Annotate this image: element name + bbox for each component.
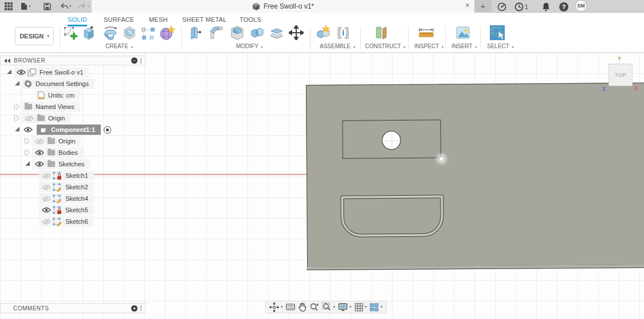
visibility-eye-off-icon[interactable] xyxy=(42,184,51,190)
grid-snaps-caret[interactable]: ▾ xyxy=(365,305,367,309)
insert-image-icon[interactable] xyxy=(454,24,472,41)
fit-caret[interactable]: ▾ xyxy=(333,305,336,309)
viewports-caret[interactable]: ▾ xyxy=(380,305,383,309)
expanded-arrow-icon[interactable] xyxy=(15,127,19,131)
insert-group-label[interactable]: INSERT ▾ xyxy=(451,43,477,49)
tree-row-sketch4[interactable]: Sketch4 xyxy=(39,193,111,204)
tree-row-origin[interactable]: Origin xyxy=(15,112,111,124)
display-settings-caret[interactable]: ▾ xyxy=(350,305,352,309)
collapsed-arrow-icon[interactable] xyxy=(25,138,29,144)
tree-row-bodies[interactable]: Bodies xyxy=(25,147,111,158)
tab-mesh[interactable]: MESH xyxy=(149,16,168,25)
panel-resize-grip[interactable] xyxy=(140,58,142,64)
pattern-icon[interactable] xyxy=(139,24,156,41)
collapse-panel-icon[interactable] xyxy=(4,59,10,63)
extruded-pocket-wall[interactable] xyxy=(340,194,444,237)
tree-row-sketch6[interactable]: Sketch6 xyxy=(39,216,111,227)
visibility-eye-icon[interactable] xyxy=(35,161,44,167)
tab-close-button[interactable]: × xyxy=(465,1,470,10)
panel-collapse-dot-icon[interactable]: – xyxy=(131,57,138,64)
pan-button[interactable] xyxy=(297,302,307,312)
tree-row-units[interactable]: Units: cm xyxy=(36,90,111,101)
press-pull-icon[interactable] xyxy=(188,24,205,41)
move-icon[interactable] xyxy=(288,24,305,41)
tree-row-document[interactable]: Free Swoll-o v1 xyxy=(7,67,111,78)
tab-sheet-metal[interactable]: SHEET METAL xyxy=(182,16,227,25)
collapsed-arrow-icon[interactable] xyxy=(15,115,19,121)
file-menu-icon[interactable]: ▾ xyxy=(21,1,31,11)
create-form-icon[interactable] xyxy=(159,24,176,41)
tree-row-document-settings[interactable]: Document Settings xyxy=(15,78,111,90)
combine-icon[interactable] xyxy=(249,24,266,41)
visibility-eye-icon[interactable] xyxy=(17,69,26,75)
measure-icon[interactable] xyxy=(418,24,435,41)
tree-row-sketch1[interactable]: Sketch1 xyxy=(39,170,111,181)
modify-group-label[interactable]: MODIFY ▾ xyxy=(236,43,263,49)
redo-caret[interactable]: ▾ xyxy=(88,4,90,9)
select-icon[interactable] xyxy=(489,24,506,41)
tree-row-sketch2[interactable]: Sketch2 xyxy=(39,181,111,193)
body-plate[interactable] xyxy=(306,83,644,267)
user-avatar[interactable]: SM xyxy=(575,1,587,11)
browser-header[interactable]: BROWSER – xyxy=(0,56,146,65)
undo-caret[interactable]: ▾ xyxy=(69,4,72,9)
job-status-icon[interactable]: 1 xyxy=(515,2,528,12)
comments-bar[interactable]: COMMENTS ▴ xyxy=(0,303,146,313)
viewports-button[interactable]: ▾ xyxy=(369,303,383,312)
expanded-arrow-icon[interactable] xyxy=(7,69,11,74)
visibility-eye-icon[interactable] xyxy=(35,150,44,155)
grid-snaps-button[interactable]: ▾ xyxy=(354,303,368,312)
notifications-bell-icon[interactable] xyxy=(542,2,550,12)
sketch-hole-circle[interactable] xyxy=(382,131,400,150)
visibility-eye-off-icon[interactable] xyxy=(35,138,44,145)
hole-icon[interactable] xyxy=(121,24,138,41)
assemble-group-label[interactable]: ASSEMBLE ▾ xyxy=(320,43,355,49)
expanded-arrow-icon[interactable] xyxy=(15,81,19,85)
tree-row-origin-nested[interactable]: Origin xyxy=(25,135,111,147)
undo-icon[interactable]: ▾ xyxy=(60,1,72,11)
tree-row-sketch5[interactable]: Sketch5 xyxy=(39,204,111,216)
tree-row-sketches[interactable]: Sketches xyxy=(25,158,111,170)
workspace-selector-button[interactable]: DESIGN ▾ xyxy=(15,27,54,45)
zoom-button[interactable] xyxy=(309,302,320,312)
create-group-label[interactable]: CREATE ▾ xyxy=(105,43,133,49)
visibility-eye-off-icon[interactable] xyxy=(42,196,51,202)
visibility-eye-icon[interactable] xyxy=(42,207,51,213)
extensions-icon[interactable] xyxy=(497,2,506,12)
comments-expand-dot-icon[interactable]: ▴ xyxy=(131,305,138,312)
revolve-icon[interactable] xyxy=(102,24,119,41)
viewcube-top-face[interactable]: TOP xyxy=(615,72,626,78)
fit-button[interactable]: ▾ xyxy=(321,302,336,312)
orbit-button[interactable]: ▾ xyxy=(269,302,284,312)
construct-group-label[interactable]: CONSTRUCT ▾ xyxy=(365,43,405,49)
construct-plane-icon[interactable] xyxy=(373,24,390,41)
offset-face-icon[interactable] xyxy=(268,24,285,41)
collapsed-arrow-icon[interactable] xyxy=(15,104,19,110)
select-group-label[interactable]: SELECT ▾ xyxy=(487,43,514,49)
sketch-highlight-point[interactable] xyxy=(439,156,444,161)
visibility-eye-off-icon[interactable] xyxy=(42,219,51,225)
visibility-eye-icon[interactable] xyxy=(23,127,33,133)
tree-row-named-views[interactable]: Named Views xyxy=(15,101,111,112)
expanded-arrow-icon[interactable] xyxy=(25,161,30,166)
pocket-inner-face[interactable] xyxy=(343,197,441,234)
tab-surface[interactable]: SURFACE xyxy=(104,16,134,25)
shell-icon[interactable] xyxy=(229,24,246,41)
inspect-group-label[interactable]: INSPECT ▾ xyxy=(414,43,443,49)
redo-icon[interactable]: ▾ xyxy=(78,1,90,11)
fillet-icon[interactable] xyxy=(208,24,225,41)
joint-icon[interactable] xyxy=(335,24,352,41)
visibility-eye-off-icon[interactable] xyxy=(42,173,51,179)
save-icon[interactable] xyxy=(44,1,51,11)
display-settings-button[interactable]: ▾ xyxy=(337,303,352,312)
create-sketch-icon[interactable] xyxy=(62,24,79,41)
comments-resize-grip[interactable] xyxy=(140,305,142,311)
extrude-icon[interactable] xyxy=(81,24,98,41)
orbit-caret[interactable]: ▾ xyxy=(281,305,283,309)
tree-row-component[interactable]: Component1:1 xyxy=(15,124,111,135)
new-tab-button[interactable]: + xyxy=(474,0,492,13)
help-icon[interactable]: ? xyxy=(559,2,568,12)
app-grid-icon[interactable] xyxy=(5,1,13,11)
tab-tools[interactable]: TOOLS xyxy=(239,16,261,25)
visibility-eye-off-icon[interactable] xyxy=(25,115,34,122)
